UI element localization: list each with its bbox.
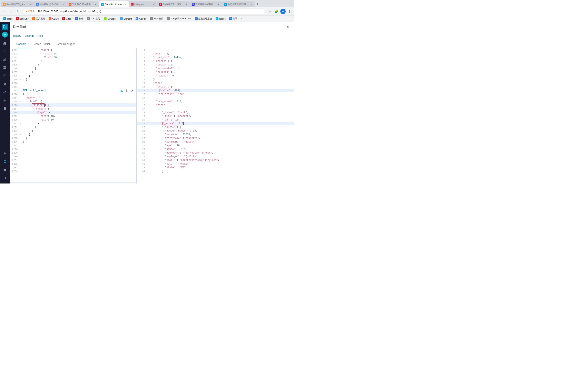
resp-gutter-9[interactable]: - — [147, 78, 150, 81]
sidebar-icon-visualize[interactable] — [1, 56, 9, 63]
tab-google[interactable]: G 谷粒商城-分布式高... ✕ — [34, 1, 67, 7]
gutter-2221[interactable]: - — [20, 122, 22, 125]
kibana-logo[interactable] — [2, 24, 8, 30]
gutter-2213[interactable]: - — [20, 92, 22, 96]
sidebar-icon-apm[interactable] — [1, 97, 9, 104]
back-button[interactable]: ← — [2, 8, 7, 14]
gutter-2225[interactable]: - — [20, 136, 22, 140]
address-bar[interactable]: ▲ 不安全 | 192.168.0.102:5601/app/kibana#/d… — [22, 8, 266, 14]
bookmark-zhihu[interactable]: 知 知乎 — [228, 16, 239, 21]
tab-console[interactable]: Console — [13, 40, 29, 48]
bookmark-youtube[interactable]: ▶ YouTube — [15, 17, 30, 21]
response-content[interactable]: 1 - { 2 "took" : 8, 3 "timed_out — [137, 48, 294, 184]
tab-instagram[interactable]: I Instagram ✕ — [129, 1, 157, 7]
gutter-2222[interactable]: - — [20, 125, 22, 129]
gutter-2201[interactable]: - — [20, 48, 22, 52]
resp-gutter-1[interactable]: - — [147, 48, 150, 52]
resp-gutter-34[interactable]: - — [147, 169, 150, 173]
sidebar-user-avatar[interactable]: D — [2, 32, 8, 38]
gutter-2226[interactable]: - — [20, 140, 22, 144]
bookmark-csdn[interactable]: C CSDN — [47, 17, 60, 21]
line-num-2223: 2223 — [10, 129, 20, 133]
bookmark-bilibili[interactable]: b bilibili — [2, 17, 14, 21]
gutter-2204[interactable]: - — [20, 59, 22, 63]
bookmark-mac-app[interactable]: M MAC应用 — [85, 16, 102, 21]
tab-baidu[interactable]: 百 百度翻译-200种语... ✕ — [190, 1, 222, 7]
gutter-2207[interactable]: - — [20, 70, 22, 74]
bookmark-star-button[interactable]: ☆ — [267, 8, 273, 14]
tab-close-google[interactable]: ✕ — [62, 3, 65, 6]
menu-button[interactable]: ⋮ — [287, 8, 292, 14]
gutter-2208[interactable]: - — [20, 74, 22, 78]
sidebar-icon-security[interactable] — [1, 105, 9, 112]
bookmark-element[interactable]: E Element — [118, 17, 133, 21]
bookmark-google[interactable]: G Google — [134, 17, 148, 21]
user-avatar[interactable]: D — [280, 9, 286, 14]
pane-bottom-handle[interactable]: • • • — [10, 182, 136, 184]
tab-kibana[interactable]: K Console - Kibana ✕ — [99, 1, 129, 7]
reload-button[interactable]: ↻ — [16, 8, 21, 14]
bookmark-mac-app2[interactable]: M MAC应用 — [148, 16, 165, 21]
tab-java[interactable]: J Java基础代码_Aco... ✕ — [1, 1, 34, 7]
resp-gutter-22[interactable]: - — [147, 125, 150, 129]
query-editor[interactable]: 2201 - "age": { 2202 "gte": 18, — [10, 48, 136, 182]
header-settings-icon[interactable] — [285, 24, 291, 30]
bookmark-more-button[interactable]: » — [240, 17, 243, 21]
menu-item-settings[interactable]: Settings — [25, 33, 34, 38]
sidebar-icon-canvas[interactable] — [1, 72, 9, 80]
resp-gutter-10[interactable]: - — [147, 81, 150, 85]
resp-gutter-4[interactable]: - — [147, 59, 150, 63]
sidebar-icon-timelion[interactable] — [1, 89, 9, 96]
sidebar-icon-maps[interactable] — [1, 80, 9, 88]
extensions-button[interactable]: 🧩 — [274, 8, 279, 14]
wrench-button[interactable] — [130, 89, 135, 93]
code-line-2221: 2221 - } — [10, 122, 136, 125]
tab-search-profiler[interactable]: Search Profiler — [29, 40, 53, 48]
resp-gutter-17[interactable]: - — [147, 107, 150, 111]
menu-item-history[interactable]: History — [13, 33, 21, 38]
sidebar-icon-ml[interactable] — [1, 150, 9, 157]
profile-button[interactable]: D — [280, 8, 286, 14]
bookmark-gitee[interactable]: G Gitee — [61, 17, 73, 21]
tab-close-baidu[interactable]: ✕ — [217, 3, 220, 6]
resp-gutter-16[interactable]: - — [147, 103, 150, 107]
sidebar-icon-search[interactable] — [1, 48, 9, 55]
tab-csdn[interactable]: C 写文章-CSDN博客... ✕ — [67, 1, 99, 7]
copy-query-button[interactable] — [125, 89, 129, 93]
bookmark-swagger[interactable]: S Swagger — [102, 17, 118, 21]
resp-gutter-14[interactable]: - — [147, 96, 150, 100]
tab-close-csdn[interactable]: ✕ — [94, 3, 97, 6]
sidebar-icon-collapse[interactable]: ◀ — [1, 174, 9, 182]
tab-bilibili[interactable]: 哔 动态首页-哔哩哔哩... ✕ — [222, 1, 255, 7]
bookmark-translate[interactable]: 译 翻译 — [73, 16, 85, 21]
sidebar-icon-devtools[interactable] — [1, 158, 9, 165]
tab-close-kibana[interactable]: ✕ — [124, 3, 127, 6]
tab-close-rng[interactable]: ✕ — [185, 3, 188, 6]
tab-grok-debugger[interactable]: Grok Debugger — [53, 40, 78, 48]
sidebar-icon-settings[interactable] — [1, 166, 9, 173]
bookmark-nacos[interactable]: N Nacos — [214, 17, 227, 21]
resp-gutter-11[interactable]: - — [147, 85, 150, 89]
tab-close-java[interactable]: ✕ — [29, 3, 32, 6]
bookmark-securecrt[interactable]: M Mac安装SecureCRT — [165, 16, 193, 21]
gutter-2209[interactable]: - — [20, 78, 22, 81]
menu-item-help[interactable]: Help — [37, 33, 43, 38]
gutter-2224[interactable]: - — [20, 133, 22, 136]
svg-rect-9 — [3, 68, 5, 69]
new-tab-button[interactable]: + — [255, 1, 260, 7]
gutter-2215[interactable]: - — [20, 100, 22, 103]
line-content-2202: "gte": 18, — [22, 52, 136, 56]
resp-line-1: 1 - { — [137, 48, 294, 52]
sidebar-icon-dashboard[interactable] — [1, 64, 9, 71]
tab-rng[interactable]: 微 RNG电子竞技俱乐... ✕ — [157, 1, 190, 7]
bookmark-ops[interactable]: 运 运营管理系统 — [193, 16, 214, 21]
forward-button[interactable]: → — [9, 8, 14, 14]
bookmark-favicon-youtube: ▶ — [16, 17, 19, 20]
tab-close-bilibili[interactable]: ✕ — [250, 3, 252, 6]
tab-close-instagram[interactable]: ✕ — [152, 3, 155, 6]
line-content-2219: "gte": 18, — [22, 114, 136, 118]
bookmark-xigua[interactable]: 西 西瓜视频 — [31, 16, 47, 21]
run-query-button[interactable]: ▶ — [120, 89, 124, 93]
sidebar-icon-home[interactable] — [1, 40, 9, 47]
resp-content-1: { — [150, 48, 294, 52]
